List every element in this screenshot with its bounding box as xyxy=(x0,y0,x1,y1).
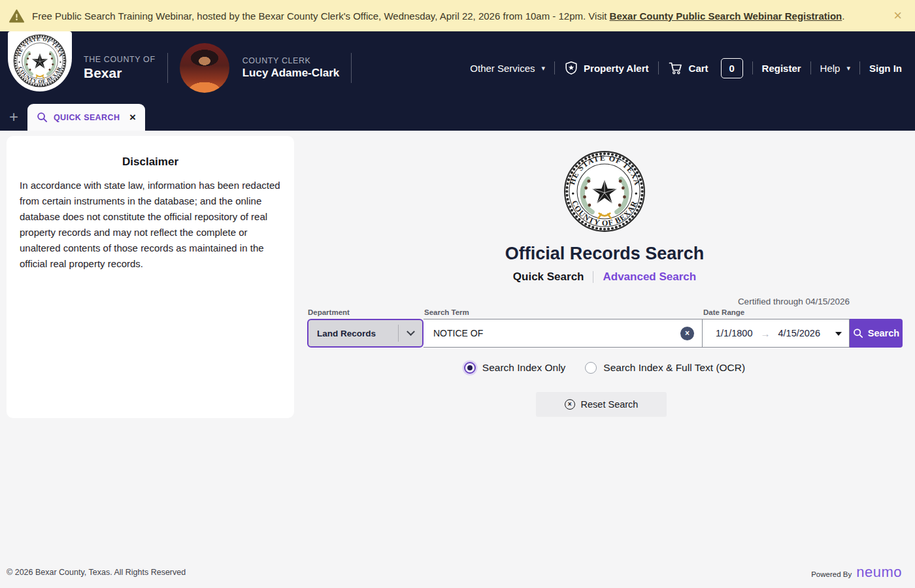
shield-star-icon xyxy=(564,61,578,75)
link-divider xyxy=(593,271,593,283)
search-icon xyxy=(37,112,48,123)
cart-button[interactable]: Cart 0 xyxy=(668,58,743,78)
announcement-banner: Free Public Search Training Webinar, hos… xyxy=(0,0,915,31)
date-range-picker[interactable]: 1/1/1800 → 4/15/2026 xyxy=(703,319,850,348)
powered-by-label: Powered By xyxy=(811,570,852,578)
county-label: THE COUNTY OF xyxy=(84,55,156,64)
page-footer: © 2026 Bexar County, Texas. All Rights R… xyxy=(0,557,915,588)
advanced-search-link[interactable]: Advanced Search xyxy=(603,270,696,284)
radio-full-text-label[interactable]: Search Index & Full Text (OCR) xyxy=(603,362,745,374)
disclaimer-title: Disclaimer xyxy=(20,155,281,169)
main-content: Disclaimer In accordance with state law,… xyxy=(0,131,915,557)
other-services-menu[interactable]: Other Services ▾ xyxy=(470,63,545,74)
clerk-name: Lucy Adame-Clark xyxy=(242,67,340,80)
nav-divider xyxy=(810,61,811,74)
clerk-avatar xyxy=(180,43,229,93)
tab-label: QUICK SEARCH xyxy=(54,113,120,122)
header-nav: Other Services ▾ Property Alert Cart xyxy=(470,58,902,78)
reset-button-label: Reset Search xyxy=(581,399,639,410)
other-services-label: Other Services xyxy=(470,63,535,74)
chevron-down-icon: ▾ xyxy=(542,64,546,73)
search-term-field: × xyxy=(424,319,703,348)
search-icon xyxy=(853,328,863,338)
county-title-block: THE COUNTY OF Bexar xyxy=(84,55,156,81)
tab-quick-search[interactable]: QUICK SEARCH × xyxy=(27,104,145,131)
department-label: Department xyxy=(308,308,350,316)
cart-count-badge: 0 xyxy=(721,58,743,78)
powered-by-block: Powered By neumo xyxy=(811,564,902,581)
clear-search-icon[interactable]: × xyxy=(680,327,694,340)
reset-search-button[interactable]: × Reset Search xyxy=(536,392,667,417)
register-link[interactable]: Register xyxy=(762,63,801,74)
clerk-title-block: COUNTY CLERK Lucy Adame-Clark xyxy=(242,56,340,80)
county-seal-icon: THE STATE OF TEXAS COUNTY OF BEXAR xyxy=(563,150,646,233)
property-alert-button[interactable]: Property Alert xyxy=(564,61,648,75)
radio-index-only-label[interactable]: Search Index Only xyxy=(482,362,566,374)
radio-selected-icon[interactable] xyxy=(464,362,476,374)
official-seal: THE STATE OF TEXAS COUNTY OF BEXAR xyxy=(563,150,646,235)
circle-x-icon: × xyxy=(565,399,575,410)
radio-search-full-text[interactable]: Search Index & Full Text (OCR) xyxy=(585,362,745,374)
radio-unselected-icon[interactable] xyxy=(585,362,597,374)
search-term-label: Search Term xyxy=(424,308,469,316)
quick-search-link[interactable]: Quick Search xyxy=(513,270,584,284)
chevron-down-icon: ▾ xyxy=(846,64,850,73)
sign-in-label: Sign In xyxy=(869,63,902,74)
chevron-down-icon xyxy=(399,331,422,336)
caret-down-icon xyxy=(835,332,842,336)
disclaimer-body: In accordance with state law, informatio… xyxy=(20,178,281,272)
banner-close-icon[interactable]: × xyxy=(893,8,902,23)
search-term-input[interactable] xyxy=(424,328,680,338)
help-menu[interactable]: Help ▾ xyxy=(820,63,850,74)
search-type-radios: Search Index Only Search Index & Full Te… xyxy=(294,362,915,374)
certified-through-text: Certified through 04/15/2026 xyxy=(738,297,850,306)
cart-icon xyxy=(668,60,684,76)
search-form: Department Search Term Date Range Land R… xyxy=(307,308,903,348)
nav-divider xyxy=(554,61,555,74)
page-title: Official Records Search xyxy=(505,244,705,264)
copyright-text: © 2026 Bexar County, Texas. All Rights R… xyxy=(7,568,186,577)
search-mode-links: Quick Search Advanced Search xyxy=(513,270,696,284)
radio-search-index-only[interactable]: Search Index Only xyxy=(464,362,566,374)
warning-icon xyxy=(9,9,24,23)
neumo-brand-logo[interactable]: neumo xyxy=(856,564,902,581)
banner-text-before: Free Public Search Training Webinar, hos… xyxy=(32,10,607,22)
app-header: THE STATE OF TEXAS COUNTY OF BEXAR THE C… xyxy=(0,31,915,131)
tab-close-icon[interactable]: × xyxy=(129,112,136,123)
date-to-value: 4/15/2026 xyxy=(778,328,820,338)
header-divider xyxy=(351,53,352,83)
register-label: Register xyxy=(762,63,801,74)
reset-row: × Reset Search xyxy=(294,392,915,417)
search-button[interactable]: Search xyxy=(850,319,903,348)
clerk-label: COUNTY CLERK xyxy=(242,56,340,65)
disclaimer-panel: Disclaimer In accordance with state law,… xyxy=(7,136,294,418)
nav-divider xyxy=(752,61,753,74)
department-value: Land Records xyxy=(308,329,398,338)
property-alert-label: Property Alert xyxy=(584,63,648,74)
webinar-registration-link[interactable]: Bexar County Public Search Webinar Regis… xyxy=(610,10,842,22)
add-tab-button[interactable]: + xyxy=(9,109,18,125)
date-from-value: 1/1/1800 xyxy=(716,328,752,338)
header-divider xyxy=(167,53,168,83)
cart-label: Cart xyxy=(689,63,708,74)
search-column: THE STATE OF TEXAS COUNTY OF BEXAR Offic… xyxy=(294,131,915,284)
search-button-label: Search xyxy=(868,328,899,338)
sign-in-link[interactable]: Sign In xyxy=(869,63,902,74)
arrow-right-icon: → xyxy=(760,328,770,339)
department-select[interactable]: Land Records xyxy=(307,319,424,348)
nav-divider xyxy=(859,61,860,74)
help-label: Help xyxy=(820,63,840,74)
date-range-label: Date Range xyxy=(703,308,744,316)
banner-text-after: . xyxy=(842,10,844,22)
nav-divider xyxy=(658,61,659,74)
county-name: Bexar xyxy=(84,65,156,81)
banner-text: Free Public Search Training Webinar, hos… xyxy=(32,10,844,22)
tab-strip: + QUICK SEARCH × xyxy=(0,104,915,131)
